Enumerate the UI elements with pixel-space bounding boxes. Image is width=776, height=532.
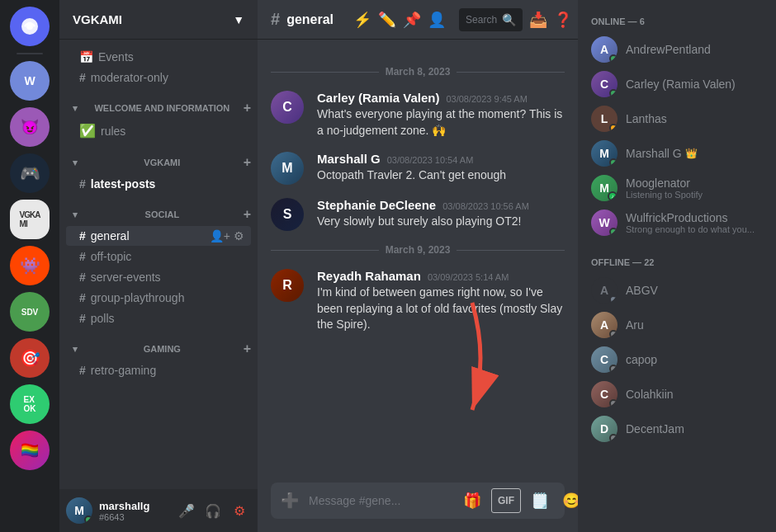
member-info: Marshall G 👑 (626, 147, 698, 160)
deafen-button[interactable]: 🎧 (201, 499, 225, 522)
calendar-icon: 📅 (79, 50, 93, 64)
member-item[interactable]: D DecentJam (584, 412, 769, 445)
server-icon-home[interactable] (10, 7, 50, 46)
add-channel-icon[interactable]: + (244, 207, 251, 222)
message-input[interactable] (309, 494, 453, 507)
channel-item-group-playthrough[interactable]: # group-playthrough (66, 288, 251, 308)
server-icon-ex[interactable]: EXOK (10, 384, 50, 424)
server-icon-steam[interactable]: 🎮 (10, 153, 50, 193)
message-content: Reyadh Rahaman 03/09/2023 5:14 AM I'm ki… (317, 269, 565, 333)
server-icon-purple[interactable]: 😈 (10, 107, 50, 147)
channel-label: group-playthrough (91, 291, 185, 304)
member-name: capop (626, 353, 657, 366)
hash-icon: # (79, 250, 86, 263)
member-item[interactable]: A AndrewPentland (584, 33, 769, 66)
member-avatar: C (591, 381, 617, 407)
message-timestamp: 03/08/2023 10:54 AM (387, 155, 474, 165)
member-item[interactable]: M ♪ Mooglenator Listening to Spotify (584, 172, 769, 205)
section-arrow-icon: ▾ (73, 344, 78, 355)
member-item[interactable]: C Colahkiin (584, 378, 769, 411)
channel-item-retro-gaming[interactable]: # retro-gaming (66, 360, 251, 380)
message-avatar: R (271, 269, 304, 302)
channel-item-general[interactable]: # general 👤+ ⚙ (66, 226, 251, 246)
chevron-down-icon: ▼ (233, 13, 244, 26)
channel-item-server-events[interactable]: # server-events (66, 267, 251, 287)
user-actions: 🎤 🎧 ⚙ (175, 499, 251, 522)
emoji-button[interactable]: 😊 (559, 488, 578, 513)
member-avatar: C (591, 346, 617, 373)
message-content: Stephanie DeCleene 03/08/2023 10:56 AM V… (317, 198, 565, 231)
message-avatar: S (271, 198, 304, 231)
gift-button[interactable]: 🎁 (460, 488, 485, 513)
member-item[interactable]: C Carley (Ramia Valen) (584, 68, 769, 101)
channel-item-events[interactable]: 📅 Events (66, 47, 251, 67)
server-sidebar: W 😈 🎮 VGKAMI 👾 SDV 🎯 EXOK 🏳️‍🌈 (0, 0, 59, 532)
message-text: Very slowly but surely also playing OT2! (317, 214, 565, 230)
section-label: SOCIAL (145, 210, 180, 219)
hash-icon: # (79, 71, 86, 84)
member-item[interactable]: C capop (584, 343, 769, 376)
channel-item-latest-posts[interactable]: # latest-posts (66, 174, 251, 194)
members-section-online: ONLINE — 6 (584, 13, 769, 30)
add-channel-icon[interactable]: + (244, 101, 251, 115)
member-item[interactable]: M Marshall G 👑 (584, 137, 769, 170)
spotify-badge: ♪ (608, 191, 617, 201)
section-arrow-icon: ▾ (73, 158, 78, 168)
channel-sidebar-content: 📅 Events # moderator-only ▾ WELCOME AND … (59, 40, 258, 532)
user-tag: #6643 (99, 512, 168, 522)
channel-header-name: general (286, 12, 334, 27)
member-info: Colahkiin (626, 388, 674, 401)
message-text: What's everyone playing at the moment? T… (317, 106, 565, 139)
server-icon-game[interactable]: 🎯 (10, 338, 50, 378)
messages-container[interactable]: March 8, 2023 C Carley (Ramia Valen) 03/… (258, 40, 578, 476)
settings-button[interactable]: ⚙ (228, 499, 251, 522)
member-item[interactable]: W WulfrickProductions Strong enough to d… (584, 206, 769, 239)
user-info: marshallg #6643 (99, 500, 168, 522)
member-item[interactable]: L Lanthas (584, 102, 769, 135)
server-header[interactable]: VGKAMI ▼ (59, 0, 258, 40)
member-info: Lanthas (626, 112, 667, 125)
sticker-button[interactable]: 🗒️ (528, 488, 552, 513)
server-icon-rainbow[interactable]: 🏳️‍🌈 (10, 431, 50, 470)
hash-icon: # (79, 291, 86, 304)
section-welcome-info[interactable]: ▾ WELCOME AND INFORMATION + (59, 97, 258, 119)
members-button[interactable]: 👤 (428, 8, 446, 31)
member-name: Lanthas (626, 112, 667, 125)
pin-button[interactable]: 📌 (403, 8, 421, 31)
inbox-button[interactable]: 📥 (529, 8, 547, 31)
help-button[interactable]: ❓ (554, 8, 572, 31)
server-icon-reddit[interactable]: 👾 (10, 246, 50, 285)
server-icon-w[interactable]: W (10, 61, 50, 101)
members-section-offline: OFFLINE — 22 (584, 254, 769, 271)
add-channel-icon[interactable]: + (244, 341, 251, 356)
channel-header: # general ⚡ ✏️ 📌 👤 Search 🔍 📥 ❓ (258, 0, 578, 40)
search-box[interactable]: Search 🔍 (459, 8, 523, 31)
member-name: AndrewPentland (626, 43, 711, 56)
channel-list: 📅 Events # moderator-only ▾ WELCOME AND … (59, 40, 258, 489)
add-message-button[interactable]: ➕ (277, 488, 302, 513)
server-divider (17, 53, 43, 54)
member-info: capop (626, 353, 657, 366)
threads-button[interactable]: ⚡ (353, 8, 371, 31)
section-vgkami[interactable]: ▾ VGKAMI + (59, 152, 258, 173)
member-item[interactable]: A Aru (584, 308, 769, 341)
add-channel-icon[interactable]: + (244, 155, 251, 170)
mute-button[interactable]: 🎤 (175, 499, 198, 522)
server-icon-sdv[interactable]: SDV (10, 292, 50, 332)
channel-item-off-topic[interactable]: # off-topic (66, 247, 251, 266)
message-timestamp: 03/09/2023 5:14 AM (428, 272, 509, 282)
add-member-icon[interactable]: 👤+ (210, 229, 230, 242)
channel-item-rules[interactable]: ✅ rules (66, 120, 251, 142)
edit-button[interactable]: ✏️ (378, 8, 396, 31)
channel-item-polls[interactable]: # polls (66, 308, 251, 328)
gif-button[interactable]: GIF (491, 488, 521, 513)
member-item[interactable]: A ABGV (584, 274, 769, 307)
server-icon-vgkami[interactable]: VGKAMI (10, 200, 50, 239)
member-avatar: W (591, 210, 617, 236)
date-label: March 8, 2023 (386, 66, 451, 78)
channel-label: moderator-only (91, 71, 168, 84)
channel-item-moderator-only[interactable]: # moderator-only (66, 68, 251, 87)
section-gaming[interactable]: ▾ GAMING + (59, 338, 258, 360)
section-social[interactable]: ▾ SOCIAL + (59, 204, 258, 225)
settings-icon[interactable]: ⚙ (234, 229, 244, 242)
